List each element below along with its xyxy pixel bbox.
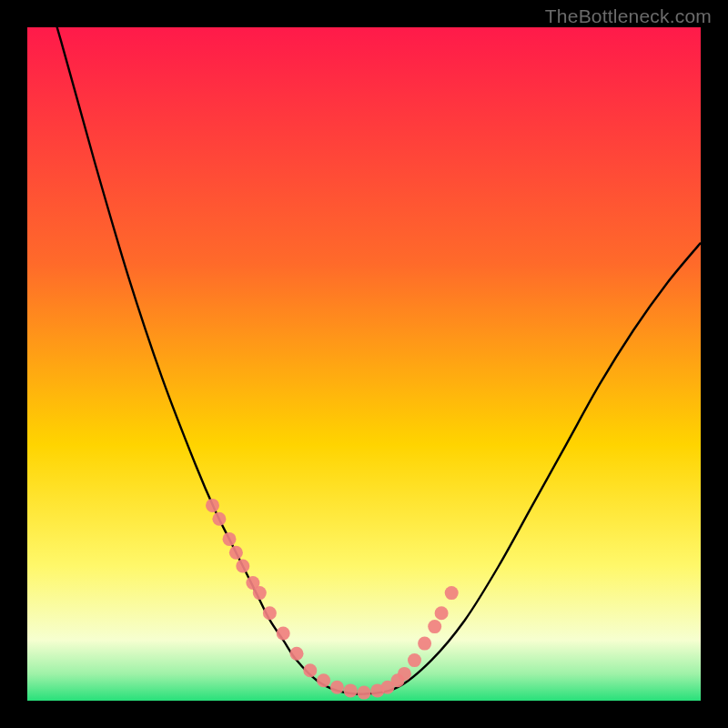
- highlight-dot: [408, 653, 421, 667]
- curve-layer: [27, 27, 701, 701]
- highlight-dot: [236, 560, 249, 573]
- chart-frame: TheBottleneck.com: [0, 0, 728, 728]
- highlight-dot: [418, 637, 431, 651]
- highlight-dot: [435, 606, 449, 620]
- highlight-dot: [428, 620, 441, 633]
- highlight-dot: [277, 627, 290, 641]
- highlight-dot: [398, 667, 411, 681]
- highlight-dot: [229, 546, 243, 560]
- highlight-dot: [317, 673, 330, 687]
- bottleneck-curve: [27, 27, 701, 694]
- plot-area: [27, 27, 701, 701]
- highlight-dot: [358, 686, 371, 700]
- highlight-dot: [212, 512, 226, 526]
- highlight-dot: [223, 532, 237, 546]
- highlight-dot: [344, 683, 358, 697]
- highlight-dot: [330, 681, 344, 694]
- highlight-dot: [253, 586, 267, 600]
- highlight-dot: [445, 586, 459, 600]
- highlight-dot: [290, 647, 304, 661]
- highlight-dot: [206, 499, 219, 512]
- watermark-text: TheBottleneck.com: [545, 5, 712, 27]
- highlight-dot: [303, 663, 317, 677]
- highlight-dot: [263, 606, 277, 620]
